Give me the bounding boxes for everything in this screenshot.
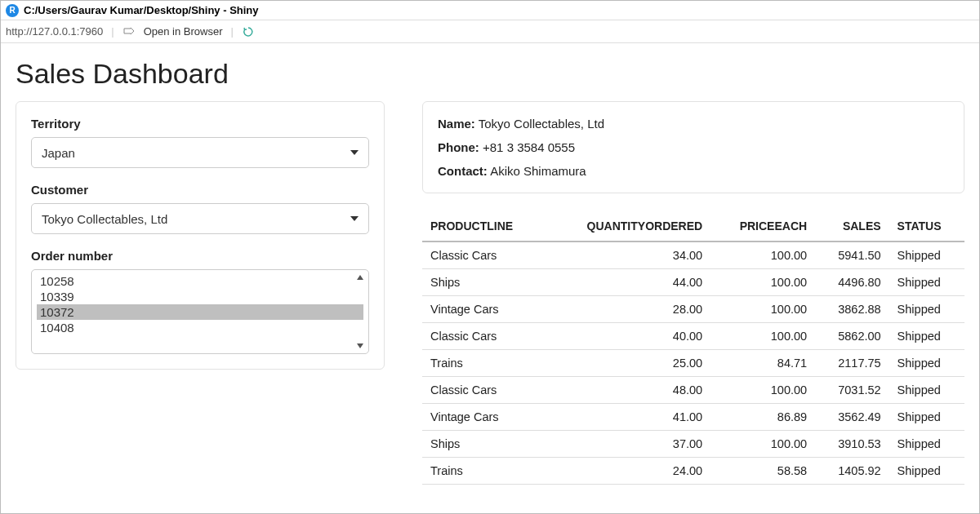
- info-contact-value: Akiko Shimamura: [490, 164, 586, 178]
- cell-qty: 28.00: [546, 296, 710, 323]
- territory-value: Japan: [42, 146, 75, 160]
- window-title: C:/Users/Gaurav Kumar/Desktop/Shiny - Sh…: [24, 4, 259, 16]
- cell-qty: 48.00: [546, 377, 710, 404]
- toolbar-separator: |: [111, 25, 114, 38]
- cell-price: 100.00: [710, 296, 815, 323]
- cell-price: 100.00: [710, 323, 815, 350]
- cell-productline: Ships: [422, 431, 546, 458]
- cell-qty: 40.00: [546, 323, 710, 350]
- cell-sales: 3910.53: [815, 431, 889, 458]
- territory-select[interactable]: Japan: [31, 137, 369, 168]
- cell-productline: Trains: [422, 458, 546, 485]
- table-row: Vintage Cars28.00100.003862.88Shipped: [422, 296, 964, 323]
- cell-price: 58.58: [710, 458, 815, 485]
- info-name-label: Name:: [438, 117, 475, 131]
- info-contact: Contact: Akiko Shimamura: [438, 164, 949, 178]
- layout: Territory Japan Customer Tokyo Collectab…: [16, 101, 964, 485]
- cell-status: Shipped: [889, 377, 964, 404]
- col-status: STATUS: [889, 213, 964, 241]
- cell-sales: 3562.49: [815, 404, 889, 431]
- table-row: Trains24.0058.581405.92Shipped: [422, 458, 964, 485]
- cell-sales: 5941.50: [815, 241, 889, 269]
- cell-status: Shipped: [889, 350, 964, 377]
- cell-productline: Classic Cars: [422, 377, 546, 404]
- cell-productline: Ships: [422, 269, 546, 296]
- table-row: Classic Cars40.00100.005862.00Shipped: [422, 323, 964, 350]
- caret-down-icon: [350, 150, 359, 155]
- cell-price: 84.71: [710, 350, 815, 377]
- cell-qty: 37.00: [546, 431, 710, 458]
- table-row: Ships37.00100.003910.53Shipped: [422, 431, 964, 458]
- cell-status: Shipped: [889, 296, 964, 323]
- cell-productline: Classic Cars: [422, 241, 546, 269]
- open-browser-icon[interactable]: [122, 25, 136, 38]
- scroll-down-icon[interactable]: [357, 343, 363, 348]
- col-price: PRICEEACH: [710, 213, 815, 241]
- order-label: Order number: [31, 249, 369, 263]
- cell-status: Shipped: [889, 241, 964, 269]
- order-group: Order number 10258103391037210408: [31, 249, 369, 354]
- open-in-browser-link[interactable]: Open in Browser: [144, 25, 223, 38]
- cell-qty: 25.00: [546, 350, 710, 377]
- table-row: Vintage Cars41.0086.893562.49Shipped: [422, 404, 964, 431]
- page-title: Sales Dashboard: [16, 58, 964, 90]
- order-listbox[interactable]: 10258103391037210408: [31, 269, 369, 354]
- customer-group: Customer Tokyo Collectables, Ltd: [31, 183, 369, 234]
- table-row: Classic Cars48.00100.007031.52Shipped: [422, 377, 964, 404]
- cell-price: 100.00: [710, 241, 815, 269]
- info-name: Name: Tokyo Collectables, Ltd: [438, 117, 949, 131]
- cell-qty: 24.00: [546, 458, 710, 485]
- caret-down-icon: [350, 216, 359, 221]
- customer-info-card: Name: Tokyo Collectables, Ltd Phone: +81…: [422, 101, 964, 193]
- cell-price: 100.00: [710, 269, 815, 296]
- cell-sales: 5862.00: [815, 323, 889, 350]
- cell-productline: Vintage Cars: [422, 296, 546, 323]
- info-name-value: Tokyo Collectables, Ltd: [479, 117, 604, 131]
- cell-sales: 2117.75: [815, 350, 889, 377]
- order-option[interactable]: 10339: [37, 289, 363, 304]
- cell-price: 86.89: [710, 404, 815, 431]
- cell-price: 100.00: [710, 431, 815, 458]
- order-option[interactable]: 10258: [37, 273, 363, 289]
- customer-value: Tokyo Collectables, Ltd: [42, 212, 167, 226]
- order-option[interactable]: 10372: [37, 304, 363, 320]
- page-content: Sales Dashboard Territory Japan Customer…: [1, 43, 979, 485]
- cell-qty: 44.00: [546, 269, 710, 296]
- territory-label: Territory: [31, 117, 369, 131]
- cell-status: Shipped: [889, 404, 964, 431]
- cell-qty: 34.00: [546, 241, 710, 269]
- cell-productline: Trains: [422, 350, 546, 377]
- window-titlebar: R C:/Users/Gaurav Kumar/Desktop/Shiny - …: [1, 1, 979, 20]
- cell-price: 100.00: [710, 377, 815, 404]
- info-phone-value: +81 3 3584 0555: [483, 140, 575, 154]
- table-row: Trains25.0084.712117.75Shipped: [422, 350, 964, 377]
- cell-status: Shipped: [889, 269, 964, 296]
- cell-sales: 3862.88: [815, 296, 889, 323]
- table-row: Classic Cars34.00100.005941.50Shipped: [422, 241, 964, 269]
- info-contact-label: Contact:: [438, 164, 488, 178]
- customer-select[interactable]: Tokyo Collectables, Ltd: [31, 203, 369, 234]
- cell-sales: 4496.80: [815, 269, 889, 296]
- refresh-icon[interactable]: [242, 25, 255, 38]
- cell-sales: 1405.92: [815, 458, 889, 485]
- cell-sales: 7031.52: [815, 377, 889, 404]
- col-sales: SALES: [815, 213, 889, 241]
- cell-productline: Classic Cars: [422, 323, 546, 350]
- order-option[interactable]: 10408: [37, 320, 363, 335]
- customer-label: Customer: [31, 183, 369, 197]
- filter-panel: Territory Japan Customer Tokyo Collectab…: [16, 101, 385, 370]
- scroll-up-icon[interactable]: [357, 275, 363, 280]
- col-qty: QUANTITYORDERED: [546, 213, 710, 241]
- url-text: http://127.0.0.1:7960: [6, 25, 103, 38]
- orders-table: PRODUCTLINE QUANTITYORDERED PRICEEACH SA…: [422, 213, 964, 485]
- cell-productline: Vintage Cars: [422, 404, 546, 431]
- info-phone: Phone: +81 3 3584 0555: [438, 140, 949, 154]
- right-panel: Name: Tokyo Collectables, Ltd Phone: +81…: [422, 101, 964, 485]
- r-app-icon: R: [6, 4, 19, 17]
- toolbar-separator-2: |: [231, 25, 234, 38]
- info-phone-label: Phone:: [438, 140, 479, 154]
- cell-status: Shipped: [889, 431, 964, 458]
- table-row: Ships44.00100.004496.80Shipped: [422, 269, 964, 296]
- col-productline: PRODUCTLINE: [422, 213, 546, 241]
- territory-group: Territory Japan: [31, 117, 369, 168]
